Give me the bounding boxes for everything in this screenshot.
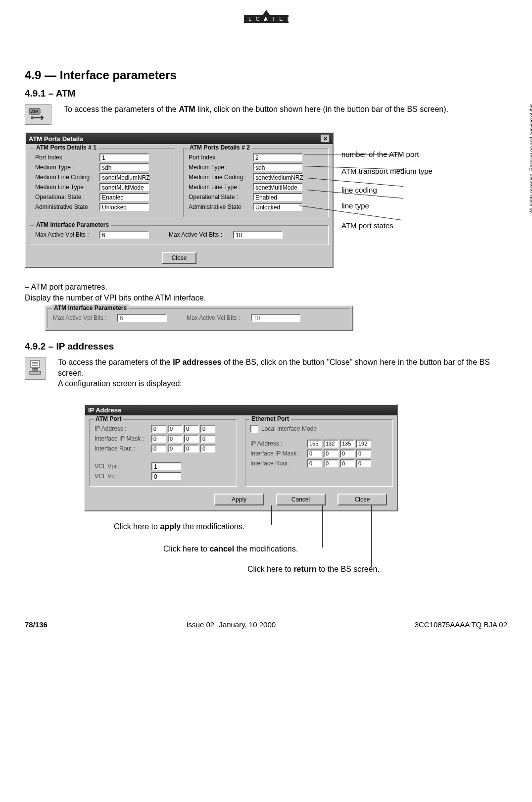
line-coding-input[interactable]: sonetMediumNRZ — [99, 173, 149, 181]
line-coding-input[interactable]: sonetMediumNRZ — [253, 173, 302, 181]
atm-ports-dialog: ATM Ports Details ✕ ATM Ports Details # … — [25, 132, 334, 268]
field-label: Port Index — [35, 154, 99, 161]
groupbox-title: ATM Interface Parameters — [52, 304, 129, 311]
ip-octet[interactable]: 0 — [356, 450, 371, 457]
field-label: Interface Rout : — [250, 460, 307, 467]
ip-toolbar-icon — [25, 357, 46, 380]
field-label: Interface Rout : — [95, 445, 151, 452]
close-note: Click here to return to the BS screen. — [247, 565, 380, 574]
field-label: Max Active Vci Bits : — [169, 231, 233, 238]
ip-octet[interactable]: 0 — [200, 445, 215, 452]
ip-octet[interactable]: 0 — [184, 435, 199, 443]
dialog-titlebar: ATM Ports Details ✕ — [26, 133, 333, 144]
field-label: Interface IP Mask : — [250, 450, 307, 457]
atm-interface-group: ATM Interface Parameters Max Active Vpi … — [30, 225, 329, 245]
svg-marker-0 — [263, 10, 270, 15]
svg-rect-11 — [33, 368, 38, 370]
medium-type-input[interactable]: sdh — [253, 163, 302, 171]
callout-line-type: line type — [341, 201, 369, 210]
vpi-input[interactable]: 6 — [99, 231, 149, 239]
port-index-input[interactable]: 1 — [99, 153, 149, 161]
field-label: Interface IP Mask : — [95, 435, 151, 442]
port-index-input[interactable]: 2 — [253, 153, 302, 161]
field-label: Operational State : — [189, 194, 253, 200]
vci-input[interactable]: 10 — [233, 231, 283, 239]
field-label: Operational State : — [35, 194, 99, 200]
field-label: Port Index — [189, 154, 253, 161]
callout-medium-type: ATM transport medium type — [341, 167, 433, 175]
medium-type-input[interactable]: sdh — [99, 163, 149, 171]
callout-port-number: number of the ATM port — [341, 150, 419, 158]
ip-octet[interactable]: 0 — [168, 425, 183, 433]
field-label: Max Active Vci Bits : — [187, 314, 251, 321]
callout-port-states: ATM port states — [341, 221, 393, 230]
line-type-input[interactable]: sonetMultiMode — [253, 183, 302, 191]
admin-state-input[interactable]: Unlocked — [99, 203, 149, 211]
op-state-input[interactable]: Enabled — [99, 193, 149, 201]
close-icon[interactable]: ✕ — [321, 135, 330, 143]
ip-octet[interactable]: 0 — [307, 459, 322, 467]
field-label: Medium Type : — [189, 164, 253, 171]
copyright-side-note: All rights reserved. Passing on and copy… — [529, 94, 532, 223]
field-label: VCL Vci : — [95, 473, 151, 480]
field-label: Max Active Vpi Bits : — [35, 231, 99, 238]
field-label: Medium Line Coding : — [189, 174, 253, 181]
field-label: IP Address : — [250, 440, 307, 447]
close-button[interactable]: Close — [162, 252, 197, 264]
ip-octet[interactable]: 0 — [151, 445, 166, 452]
ip-octet[interactable]: 0 — [356, 459, 371, 467]
op-state-input[interactable]: Enabled — [253, 193, 302, 201]
ip-octet[interactable]: 0 — [200, 435, 215, 443]
ip-octet[interactable]: 0 — [184, 425, 199, 433]
ip-octet[interactable]: 0 — [324, 450, 339, 457]
apply-button[interactable]: Apply — [214, 494, 264, 505]
ip-octet[interactable]: 0 — [324, 459, 339, 467]
line-type-input[interactable]: sonetMultiMode — [99, 183, 149, 191]
svg-rect-12 — [30, 371, 41, 374]
field-label: Local Interface Mode — [261, 425, 317, 432]
vpi-input[interactable]: 6 — [117, 314, 167, 322]
ip-octet[interactable]: 0 — [151, 435, 166, 443]
subsection-492: 4.9.2 – IP addresses — [25, 341, 507, 352]
field-label: Administrative State — [35, 203, 99, 210]
cancel-button[interactable]: Cancel — [276, 494, 326, 505]
dialog-title: IP Address — [88, 406, 121, 414]
ip-octet[interactable]: 0 — [151, 425, 166, 433]
ip-octet[interactable]: 155 — [307, 440, 322, 448]
ip-octet[interactable]: 0 — [307, 450, 322, 457]
groupbox-title: ATM Port — [94, 415, 123, 422]
groupbox-title: Ethernet Port — [249, 415, 291, 422]
dialog-titlebar: IP Address — [85, 405, 397, 415]
ip-octet[interactable]: 0 — [168, 445, 183, 452]
field-label: Max Active Vpi Bits : — [53, 314, 117, 321]
ip-octet[interactable]: 192 — [356, 440, 371, 448]
brand-logo: A L C A T E L — [25, 10, 507, 29]
admin-state-input[interactable]: Unlocked — [253, 203, 302, 211]
ip-octet[interactable]: 0 — [168, 435, 183, 443]
ip-octet[interactable]: 132 — [324, 440, 339, 448]
page-footer: 78/136 Issue 02 -January, 10 2000 3CC108… — [0, 620, 532, 629]
ip-octet[interactable]: 0 — [340, 459, 355, 467]
ip-octet[interactable]: 135 — [340, 440, 355, 448]
intro-492-text: To access the parameters of the IP addre… — [58, 357, 507, 389]
ip-octet[interactable]: 0 — [200, 425, 215, 433]
vci-input[interactable]: 10 — [251, 314, 300, 322]
local-mode-checkbox[interactable] — [250, 425, 258, 433]
section-heading: 4.9 — Interface parameters — [25, 68, 507, 82]
field-label: IP Address : — [95, 425, 151, 432]
svg-text:ATM: ATM — [31, 110, 39, 113]
close-button[interactable]: Close — [338, 494, 387, 505]
svg-point-6 — [31, 116, 34, 119]
field-label: Medium Line Coding : — [35, 174, 99, 181]
ip-address-dialog: IP Address ATM Port IP Address : 0 0 0 0… — [84, 404, 398, 511]
groupbox-title: ATM Ports Details # 2 — [188, 144, 252, 151]
field-label: Medium Type : — [35, 164, 99, 171]
vcl-vci-input[interactable]: 0 — [151, 472, 181, 480]
intro-491-text: To access the parameters of the ATM link… — [64, 104, 507, 115]
ip-octet[interactable]: 0 — [184, 445, 199, 452]
atm-port-group: ATM Port IP Address : 0 0 0 0 Interface … — [89, 419, 237, 487]
atm-toolbar-icon: ATM — [25, 104, 51, 125]
ip-octet[interactable]: 0 — [340, 450, 355, 457]
vcl-vpi-input[interactable]: 1 — [151, 462, 181, 470]
field-label: Administrative State — [189, 203, 253, 210]
